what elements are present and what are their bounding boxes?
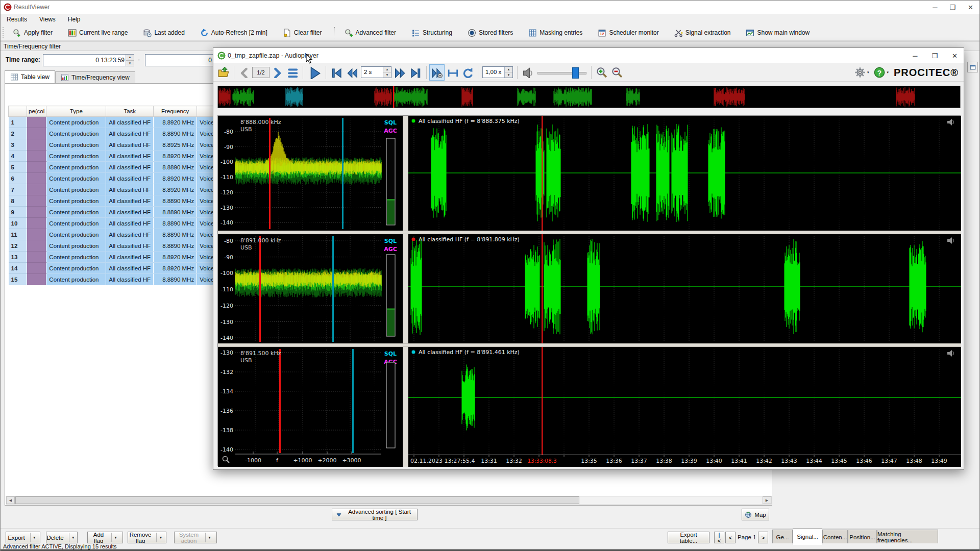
spectrum-panel-3[interactable]: -130-132-134-136-138-1408'891.500 kHzUSB… (218, 347, 403, 467)
clear-filter-button[interactable]: Clear filter (279, 27, 326, 39)
show-main-window-button[interactable]: Show main window (742, 27, 814, 39)
scheduler-monitor-button[interactable]: 12Scheduler monitor (594, 27, 663, 39)
menu-views[interactable]: Views (33, 14, 62, 24)
system-action-button[interactable]: System action▼ (174, 532, 217, 543)
color-swatch[interactable] (27, 195, 46, 207)
bottom-tab-signal[interactable]: Signal... (793, 529, 822, 545)
menu-results[interactable]: Results (1, 14, 33, 24)
gear-icon[interactable] (854, 67, 866, 78)
open-file-button[interactable] (216, 64, 231, 81)
color-swatch[interactable] (27, 162, 46, 173)
color-swatch[interactable] (27, 128, 46, 139)
color-swatch[interactable] (27, 139, 46, 151)
color-swatch[interactable] (27, 263, 46, 274)
color-swatch[interactable] (27, 240, 46, 252)
minimize-icon[interactable]: ─ (913, 52, 917, 60)
color-swatch[interactable] (27, 218, 46, 229)
current-live-range-button[interactable]: Current live range (64, 27, 132, 39)
minimize-icon[interactable]: ─ (933, 4, 937, 11)
signal-overview-strip[interactable] (217, 86, 961, 108)
skip-to-end-button[interactable] (408, 64, 424, 81)
delete-button[interactable]: Delete▼ (46, 532, 78, 543)
volume-button[interactable] (520, 64, 535, 81)
structuring-button[interactable]: Structuring (407, 27, 456, 39)
column-header[interactable]: Frequency (154, 106, 197, 117)
add-flag-button[interactable]: Add flag▼ (87, 532, 123, 543)
continuous-play-button[interactable] (429, 64, 445, 81)
dropdown-arrow-icon[interactable]: ▼ (156, 533, 164, 542)
audioplayer-titlebar[interactable]: 0_tmp_zapfile.zap - Audioplayer ─ ❒ ✕ (213, 48, 964, 64)
play-button[interactable] (306, 64, 323, 81)
step-size-input[interactable]: 2 s▲▼ (361, 66, 391, 78)
column-header[interactable]: Task (106, 106, 154, 117)
export-table-button[interactable]: Export table... (668, 532, 709, 543)
auto-refresh-2-min--button[interactable]: Auto-Refresh [2 min] (196, 27, 272, 39)
export-button[interactable]: Export▼ (6, 532, 40, 543)
maximize-icon[interactable]: ❒ (949, 4, 955, 11)
tab-time-frequency-view[interactable]: Time/Frequency view (55, 71, 135, 83)
color-swatch[interactable] (27, 173, 46, 184)
spinner-icon[interactable]: ▲▼ (383, 67, 391, 78)
close-icon[interactable]: ✕ (952, 52, 958, 60)
color-swatch[interactable] (27, 117, 46, 128)
pager-first-button[interactable]: |< (714, 532, 724, 543)
dropdown-arrow-icon[interactable]: ▼ (69, 533, 77, 542)
color-swatch[interactable] (27, 151, 46, 162)
stored-filters-button[interactable]: Stored filters (463, 27, 517, 39)
spectrum-panel-2[interactable]: -80-90-100-110-120-130-1408'891.000 kHzU… (218, 234, 403, 343)
fast-forward-button[interactable] (393, 64, 408, 81)
skip-to-start-button[interactable] (329, 64, 344, 81)
column-splitter[interactable] (403, 116, 408, 467)
playback-speed-input[interactable]: 1,00 x▲▼ (482, 66, 513, 78)
range-marker-button[interactable] (445, 64, 460, 81)
dropdown-arrow-icon[interactable]: ▼ (111, 533, 119, 542)
previous-page-button[interactable] (237, 64, 252, 81)
spinner-icon[interactable]: ▲▼ (126, 55, 134, 66)
color-swatch[interactable] (27, 229, 46, 240)
pager-prev-button[interactable]: < (725, 532, 736, 543)
bottom-tab-ge[interactable]: Ge... (772, 530, 793, 545)
column-header[interactable]: pe(col (27, 106, 46, 117)
menu-help[interactable]: Help (62, 14, 87, 24)
audio-channel-panel-2[interactable]: All classified HF (f = 8'891.809 kHz) (408, 234, 961, 343)
audio-channel-panel-1[interactable]: All classified HF (f = 8'888.375 kHz) (408, 116, 961, 231)
bottom-tab-matchingfrequencies[interactable]: Matching frequencies... (877, 530, 938, 545)
scrollbar-thumb[interactable] (15, 496, 579, 504)
help-icon[interactable]: ? (874, 67, 885, 78)
masking-entries-button[interactable]: Masking entries (524, 27, 586, 39)
last-added-button[interactable]: Last added (139, 27, 188, 39)
advanced-filter-button[interactable]: Advanced filter (340, 27, 400, 39)
remove-flag-button[interactable]: Remove flag▼ (128, 532, 166, 543)
color-swatch[interactable] (27, 207, 46, 218)
time-range-start-input[interactable]: 0 13:23:59 ▲▼ (43, 54, 134, 66)
dropdown-arrow-icon[interactable]: ▼ (30, 533, 38, 542)
floating-panel-button[interactable] (967, 62, 978, 72)
horizontal-scrollbar[interactable]: ◀ ▶ (6, 496, 772, 505)
audio-channel-panel-3[interactable]: All classified HF (f = 8'891.461 kHz) (408, 347, 961, 455)
dropdown-arrow-icon[interactable]: ▼ (205, 533, 213, 542)
replay-button[interactable] (460, 64, 475, 81)
row-splitter[interactable] (218, 231, 961, 234)
spinner-icon[interactable]: ▲▼ (504, 67, 512, 78)
scroll-right-icon[interactable]: ▶ (763, 496, 771, 504)
signal-extraction-button[interactable]: Signal extraction (670, 27, 735, 39)
maximize-icon[interactable]: ❒ (932, 52, 938, 60)
apply-filter-button[interactable]: Apply filter (9, 27, 57, 39)
next-page-button[interactable] (270, 64, 285, 81)
playlist-button[interactable] (285, 64, 300, 81)
pager-next-button[interactable]: > (758, 532, 768, 543)
zoom-in-button[interactable] (594, 64, 609, 81)
close-icon[interactable]: ✕ (968, 4, 973, 11)
row-splitter[interactable] (218, 343, 961, 347)
map-button[interactable]: Map (742, 509, 769, 520)
bottom-tab-conten[interactable]: Conten... (822, 530, 848, 545)
tab-table-view[interactable]: Table view (5, 70, 55, 83)
advanced-sorting-button[interactable]: Advanced sorting [ Start time ] (332, 509, 418, 520)
color-swatch[interactable] (27, 184, 46, 195)
color-swatch[interactable] (27, 274, 46, 285)
spectrum-panel-1[interactable]: -80-90-100-110-120-130-1408'888.000 kHzU… (218, 116, 403, 231)
scroll-left-icon[interactable]: ◀ (6, 496, 15, 504)
volume-slider[interactable] (537, 66, 586, 79)
zoom-out-button[interactable] (609, 64, 625, 81)
color-swatch[interactable] (27, 252, 46, 263)
